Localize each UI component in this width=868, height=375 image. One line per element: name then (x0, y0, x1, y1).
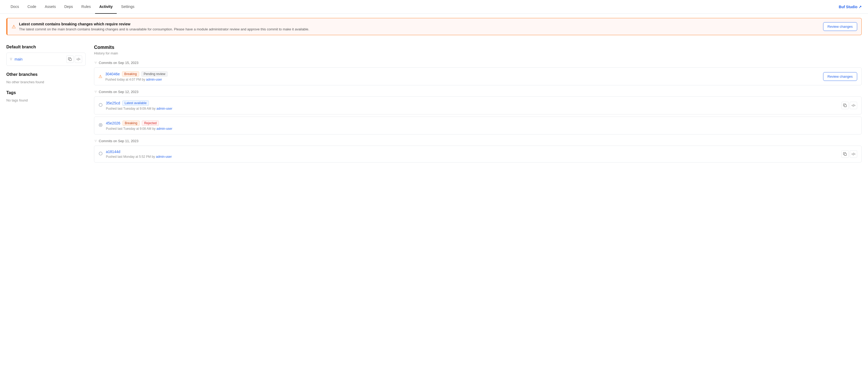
commit-review-changes-button-304046e[interactable]: Review changes (823, 72, 857, 81)
view-code-a18144d[interactable] (850, 150, 857, 158)
commit-info-45e2026: 45e2026 Breaking Rejected Pushed last Tu… (106, 120, 857, 131)
other-branches-section: Other branches No other branches found (6, 72, 86, 84)
commit-date-group-1: ⑂ Commits on Sep 12, 2023 35e25cd Latest… (94, 90, 862, 135)
commit-date-icon-0: ⑂ (95, 60, 97, 65)
tags-title: Tags (6, 90, 86, 95)
nav-deps[interactable]: Deps (60, 0, 77, 14)
nav-code[interactable]: Code (23, 0, 40, 14)
commit-hash-a18144d[interactable]: a18144d (106, 150, 120, 154)
nav-rules[interactable]: Rules (77, 0, 95, 14)
commit-date-group-2: ⑂ Commits on Sep 11, 2023 a18144d Pushed… (94, 139, 862, 163)
commit-hash-row-35e25cd: 35e25cd Latest available (106, 100, 838, 106)
branch-name: main (14, 57, 64, 61)
buf-studio-link[interactable]: Buf Studio ↗ (839, 5, 862, 9)
branch-icon: ⑂ (10, 57, 12, 62)
nav-activity[interactable]: Activity (95, 0, 117, 14)
main-layout: Default branch ⑂ main (0, 39, 868, 177)
other-branches-title: Other branches (6, 72, 86, 77)
commit-info-a18144d: a18144d Pushed last Monday at 5:52 PM by… (106, 150, 838, 158)
badge-pending-304046e: Pending review (141, 71, 168, 77)
alert-description: The latest commit on the main branch con… (19, 27, 820, 31)
right-panel: Commits History for main ⑂ Commits on Se… (94, 39, 862, 177)
view-code-35e25cd[interactable] (850, 102, 857, 109)
default-branch-section: Default branch ⑂ main (6, 45, 86, 66)
commit-meta-a18144d: Pushed last Monday at 5:52 PM by admin-u… (106, 155, 838, 158)
commit-date-icon-1: ⑂ (95, 90, 97, 94)
top-nav: Docs Code Assets Deps Rules Activity Set… (0, 0, 868, 14)
commit-warning-icon: ⚠ (98, 74, 102, 79)
commit-author-a18144d[interactable]: admin-user (156, 155, 172, 158)
default-branch-box: ⑂ main (6, 53, 86, 66)
alert-banner: ⚠ Latest commit contains breaking change… (6, 18, 862, 35)
commit-rejected-icon-45e2026 (98, 123, 103, 128)
nav-assets[interactable]: Assets (40, 0, 60, 14)
commit-meta-304046e: Pushed today at 4:07 PM by admin-user (105, 78, 820, 81)
commit-date-header-0: ⑂ Commits on Sep 15, 2023 (94, 60, 862, 65)
commit-author-45e2026[interactable]: admin-user (156, 127, 172, 131)
commit-date-label-1: Commits on Sep 12, 2023 (99, 90, 138, 94)
svg-line-10 (853, 153, 854, 156)
svg-line-4 (853, 104, 854, 107)
badge-breaking-45e2026: Breaking (123, 120, 140, 126)
svg-point-8 (99, 152, 102, 155)
commit-actions-304046e: Review changes (823, 72, 857, 81)
copy-commit-a18144d[interactable] (841, 150, 849, 158)
badge-breaking-304046e: Breaking (122, 71, 139, 77)
tags-section: Tags No tags found (6, 90, 86, 102)
branch-actions (66, 56, 82, 63)
commit-actions-35e25cd (841, 102, 857, 109)
commit-date-label-2: Commits on Sep 11, 2023 (99, 139, 138, 143)
nav-items: Docs Code Assets Deps Rules Activity Set… (6, 0, 138, 14)
copy-branch-button[interactable] (66, 56, 74, 63)
commit-success-icon-35e25cd (98, 103, 103, 108)
commit-card-304046e: ⚠ 304046e Breaking Pending review Pushed… (94, 67, 862, 85)
commit-date-header-1: ⑂ Commits on Sep 12, 2023 (94, 90, 862, 94)
commit-hash-row-a18144d: a18144d (106, 150, 838, 154)
badge-rejected-45e2026: Rejected (142, 120, 159, 126)
commit-author-304046e[interactable]: admin-user (146, 78, 162, 81)
commit-info-304046e: 304046e Breaking Pending review Pushed t… (105, 71, 820, 81)
svg-point-2 (99, 103, 102, 107)
commit-hash-304046e[interactable]: 304046e (105, 72, 120, 76)
warning-icon: ⚠ (11, 24, 16, 30)
commit-meta-35e25cd: Pushed last Tuesday at 9:09 AM by admin-… (106, 107, 838, 111)
commit-date-group-0: ⑂ Commits on Sep 15, 2023 ⚠ 304046e Brea… (94, 60, 862, 85)
commit-date-header-2: ⑂ Commits on Sep 11, 2023 (94, 139, 862, 143)
commit-actions-a18144d (841, 150, 857, 158)
commit-date-label-0: Commits on Sep 15, 2023 (99, 61, 138, 65)
other-branches-empty: No other branches found (6, 80, 86, 84)
nav-settings[interactable]: Settings (117, 0, 138, 14)
commit-card-a18144d: a18144d Pushed last Monday at 5:52 PM by… (94, 146, 862, 163)
svg-line-1 (78, 58, 79, 61)
alert-review-changes-button[interactable]: Review changes (823, 22, 857, 31)
commit-hash-35e25cd[interactable]: 35e25cd (106, 101, 120, 105)
commit-hash-45e2026[interactable]: 45e2026 (106, 121, 120, 125)
commit-icon-a18144d (98, 151, 103, 157)
commit-date-icon-2: ⑂ (95, 139, 97, 143)
default-branch-title: Default branch (6, 45, 86, 50)
commit-hash-row-304046e: 304046e Breaking Pending review (105, 71, 820, 77)
commit-hash-row-45e2026: 45e2026 Breaking Rejected (106, 120, 857, 126)
svg-rect-3 (844, 105, 846, 107)
commits-title: Commits (94, 45, 862, 50)
view-code-button[interactable] (75, 56, 82, 63)
commit-card-35e25cd: 35e25cd Latest available Pushed last Tue… (94, 96, 862, 114)
alert-content: Latest commit contains breaking changes … (19, 22, 820, 31)
tags-empty: No tags found (6, 98, 86, 102)
commit-author-35e25cd[interactable]: admin-user (156, 107, 172, 111)
svg-rect-0 (69, 58, 71, 60)
svg-rect-9 (844, 153, 846, 155)
commit-meta-45e2026: Pushed last Tuesday at 9:08 AM by admin-… (106, 127, 857, 131)
left-panel: Default branch ⑂ main (6, 39, 86, 177)
copy-commit-35e25cd[interactable] (841, 102, 849, 109)
commit-info-35e25cd: 35e25cd Latest available Pushed last Tue… (106, 100, 838, 111)
nav-docs[interactable]: Docs (6, 0, 23, 14)
badge-latest-35e25cd: Latest available (122, 100, 149, 106)
commit-card-45e2026: 45e2026 Breaking Rejected Pushed last Tu… (94, 117, 862, 135)
alert-title: Latest commit contains breaking changes … (19, 22, 820, 26)
commits-subtitle: History for main (94, 51, 862, 55)
